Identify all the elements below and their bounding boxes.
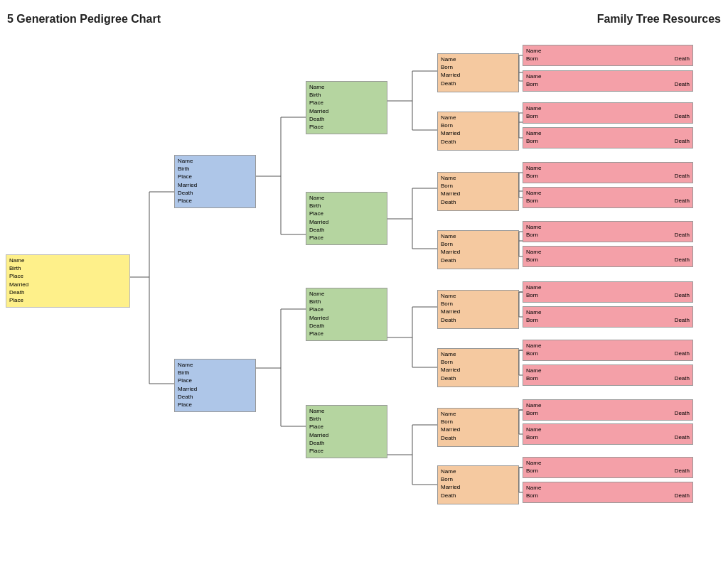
- gen3-bt-box: Name Birth Place Married Death Place: [306, 288, 387, 341]
- gen5-3-box: Name BornDeath: [523, 102, 693, 124]
- resources-title: Family Tree Resources: [597, 13, 721, 26]
- gen4-tbt-box: Name Born Married Death: [437, 172, 519, 211]
- gen5-14-box: Name BornDeath: [523, 423, 693, 445]
- gen5-11-box: Name BornDeath: [523, 340, 693, 361]
- gen3-bb-box: Name Birth Place Married Death Place: [306, 405, 387, 458]
- gen2-top-box: Name Birth Place Married Death Place: [174, 155, 256, 208]
- gen4-bbt-box: Name Born Married Death: [437, 408, 519, 447]
- gen5-8-box: Name BornDeath: [523, 246, 693, 267]
- gen4-ttb-box: Name Born Married Death: [437, 112, 519, 151]
- gen5-13-box: Name BornDeath: [523, 399, 693, 421]
- gen1-box: Name Birth Place Married Death Place: [6, 254, 130, 308]
- gen4-bbb-box: Name Born Married Death: [437, 465, 519, 504]
- gen4-btt-box: Name Born Married Death: [437, 290, 519, 329]
- gen5-10-box: Name BornDeath: [523, 306, 693, 328]
- gen2-bottom-box: Name Birth Place Married Death Place: [174, 359, 256, 412]
- gen4-tbb-box: Name Born Married Death: [437, 230, 519, 269]
- gen5-1-box: Name BornDeath: [523, 45, 693, 66]
- gen5-4-box: Name BornDeath: [523, 127, 693, 148]
- gen5-6-box: Name BornDeath: [523, 187, 693, 208]
- gen5-2-box: Name BornDeath: [523, 70, 693, 92]
- gen5-5-box: Name BornDeath: [523, 162, 693, 183]
- gen3-tb-box: Name Birth Place Married Death Place: [306, 192, 387, 245]
- gen4-btb-box: Name Born Married Death: [437, 348, 519, 387]
- gen5-9-box: Name BornDeath: [523, 281, 693, 303]
- gen5-16-box: Name BornDeath: [523, 482, 693, 503]
- chart-title: 5 Generation Pedigree Chart: [7, 13, 161, 26]
- gen3-tt-box: Name Birth Place Married Death Place: [306, 81, 387, 134]
- gen5-7-box: Name BornDeath: [523, 221, 693, 242]
- gen5-15-box: Name BornDeath: [523, 457, 693, 478]
- gen4-ttt-box: Name Born Married Death: [437, 53, 519, 92]
- gen5-12-box: Name BornDeath: [523, 364, 693, 386]
